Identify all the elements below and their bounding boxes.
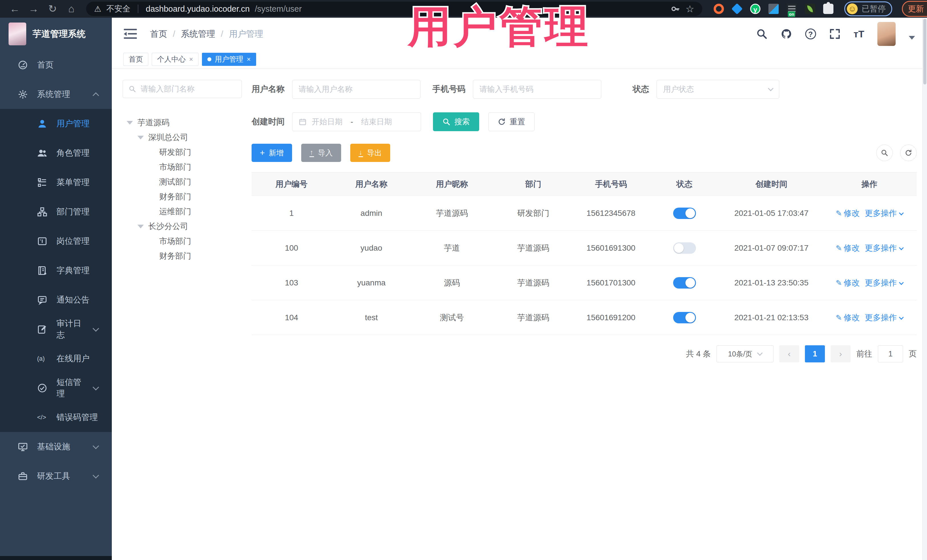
status-toggle[interactable] [673, 312, 696, 323]
caret-down-icon[interactable] [137, 225, 144, 228]
caret-down-icon[interactable] [137, 136, 144, 140]
tree-node[interactable]: 研发部门 [123, 145, 252, 160]
sidebar-item-dict-mgmt[interactable]: 字典管理 [0, 256, 112, 285]
scrollbar-thumb[interactable] [923, 19, 926, 84]
extension-ring-icon[interactable] [714, 4, 724, 14]
add-button[interactable]: + 新增 [252, 144, 292, 162]
breadcrumb-system[interactable]: 系统管理 [181, 28, 215, 40]
mobile-input[interactable]: 请输入手机号码 [473, 80, 601, 99]
status-toggle[interactable] [673, 277, 696, 288]
status-toggle[interactable] [673, 208, 696, 219]
user-avatar[interactable] [877, 22, 896, 46]
sidebar-item-role-mgmt[interactable]: 角色管理 [0, 138, 112, 168]
breadcrumb-current: 用户管理 [229, 28, 263, 40]
user-icon [37, 118, 47, 129]
tree-node[interactable]: 财务部门 [123, 249, 252, 264]
sidebar-item-audit-log[interactable]: 审计日志 [0, 314, 112, 344]
sidebar-item-user-mgmt[interactable]: 用户管理 [0, 109, 112, 138]
back-icon[interactable]: ← [8, 3, 22, 15]
extension-y-icon[interactable]: y [750, 4, 760, 14]
import-button[interactable]: ↑ 导入 [301, 144, 341, 162]
next-page-button[interactable]: › [831, 345, 851, 363]
more-actions-link[interactable]: 更多操作 [865, 243, 897, 252]
goto-page-input[interactable] [878, 345, 903, 363]
modify-link[interactable]: 修改 [844, 209, 860, 217]
help-icon[interactable]: ? [805, 29, 816, 39]
tree-node[interactable]: 财务部门 [123, 189, 252, 204]
refresh-button[interactable] [900, 144, 917, 161]
sidebar-item-dev-tools[interactable]: 研发工具 [0, 461, 112, 491]
tree-node[interactable]: 芋道源码 [123, 115, 252, 130]
extension-list-icon[interactable]: on [787, 4, 797, 14]
address-bar[interactable]: ⚠ 不安全 dashboard.yudao.iocoder.cn/system/… [86, 2, 702, 16]
sidebar-item-post-mgmt[interactable]: 岗位管理 [0, 226, 112, 256]
close-icon[interactable]: × [247, 55, 251, 63]
extension-leaf-icon[interactable] [805, 4, 815, 14]
tree-node[interactable]: 深圳总公司 [123, 130, 252, 145]
sidebar-item-infrastructure[interactable]: 基础设施 [0, 432, 112, 461]
username-input[interactable]: 请输入用户名称 [292, 80, 421, 99]
sidebar-item-error-code[interactable]: </> 错误码管理 [0, 403, 112, 432]
export-button[interactable]: ↓ 导出 [350, 144, 390, 162]
upload-icon: ↑ [310, 149, 314, 157]
date-range-input[interactable]: 开始日期 - 结束日期 [292, 112, 421, 131]
more-actions-link[interactable]: 更多操作 [865, 209, 897, 217]
tree-node-label: 财务部门 [159, 191, 191, 202]
tree-node[interactable]: 运维部门 [123, 204, 252, 219]
page-size-select[interactable]: 10条/页 [716, 345, 774, 363]
close-icon[interactable]: × [189, 55, 193, 63]
sidebar-logo-row[interactable]: 芋道管理系统 [0, 18, 112, 50]
password-key-icon[interactable] [670, 4, 681, 14]
status-select[interactable]: 用户状态 [656, 80, 779, 99]
github-icon[interactable] [781, 28, 792, 39]
status-placeholder: 用户状态 [663, 84, 694, 94]
sidebar-item-system[interactable]: 系统管理 [0, 80, 112, 109]
modify-link[interactable]: 修改 [844, 243, 860, 252]
extension-grid-icon[interactable] [768, 4, 779, 14]
browser-profile-chip[interactable]: ☺ 已暂停 [844, 2, 892, 16]
reload-icon[interactable]: ↻ [45, 3, 60, 15]
more-actions-link[interactable]: 更多操作 [865, 278, 897, 287]
tree-node[interactable]: 测试部门 [123, 175, 252, 189]
home-icon[interactable]: ⌂ [64, 3, 79, 15]
sidebar-item-dept-mgmt[interactable]: 部门管理 [0, 197, 112, 226]
forward-icon[interactable]: → [26, 3, 41, 15]
tree-node[interactable]: 长沙分公司 [123, 219, 252, 234]
bookmark-star-icon[interactable]: ☆ [686, 3, 694, 15]
sidebar-item-sms-mgmt[interactable]: 短信管理 [0, 373, 112, 403]
chevron-down-icon [93, 384, 99, 390]
sidebar-item-notice[interactable]: 通知公告 [0, 285, 112, 314]
avatar-dropdown-caret-icon[interactable] [909, 36, 915, 39]
dept-search-placeholder: 请输入部门名称 [141, 84, 195, 94]
tab-home[interactable]: 首页 [123, 53, 148, 66]
modify-link[interactable]: 修改 [844, 278, 860, 287]
tree-node[interactable]: 市场部门 [123, 234, 252, 249]
sidebar-item-home[interactable]: 首页 [0, 50, 112, 80]
scrollbar[interactable] [922, 18, 927, 560]
browser-update-button[interactable]: 更新 ⋮ [902, 1, 927, 17]
reset-button[interactable]: 重置 [488, 112, 535, 131]
tree-node[interactable]: 市场部门 [123, 160, 252, 175]
current-page-button[interactable]: 1 [805, 345, 825, 363]
tab-profile[interactable]: 个人中心 × [152, 53, 199, 66]
status-toggle[interactable] [673, 242, 696, 254]
caret-down-icon[interactable] [127, 121, 133, 124]
sidebar-collapse-icon[interactable] [124, 29, 137, 39]
extension-gem-icon[interactable] [731, 3, 743, 15]
prev-page-button[interactable]: ‹ [779, 345, 799, 363]
search-button[interactable]: 搜索 [433, 112, 479, 131]
modify-link[interactable]: 修改 [844, 313, 860, 322]
more-actions-link[interactable]: 更多操作 [865, 313, 897, 322]
tab-user-mgmt[interactable]: 用户管理 × [202, 53, 256, 66]
fullscreen-icon[interactable] [829, 28, 840, 39]
font-size-icon[interactable]: тT [854, 29, 864, 39]
sidebar-item-menu-mgmt[interactable]: 菜单管理 [0, 168, 112, 197]
sidebar-item-online-users[interactable]: (a) 在线用户 [0, 344, 112, 373]
show-search-button[interactable] [876, 144, 893, 161]
id-card-icon [37, 236, 47, 246]
breadcrumb-home[interactable]: 首页 [150, 28, 167, 40]
search-icon[interactable] [756, 28, 767, 39]
sidebar-item-label: 基础设施 [37, 441, 84, 452]
extensions-puzzle-icon[interactable] [823, 4, 833, 14]
dept-search-input[interactable]: 请输入部门名称 [123, 80, 242, 98]
